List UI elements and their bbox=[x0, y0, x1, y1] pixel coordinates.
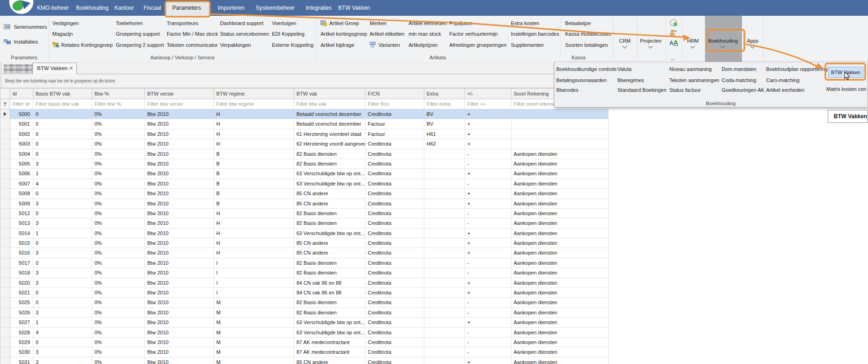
column-header-btw-regime[interactable]: BTW regime bbox=[214, 89, 294, 99]
menu-item-integraties[interactable]: Integraties bbox=[306, 5, 332, 12]
table-row[interactable]: 500930%Btw 2010B85 CN andereCreditnota+A… bbox=[0, 199, 609, 209]
ribbon-item-merken[interactable]: Merken bbox=[370, 20, 387, 26]
panel-item-niveau-aanmaning[interactable]: Niveau aanmaning bbox=[669, 66, 712, 72]
table-row[interactable]: 501700%Btw 2010I82 Basis dienstenCreditn… bbox=[0, 258, 609, 268]
filter-cell-btw-vak[interactable]: Filter btw vak bbox=[294, 99, 365, 109]
panel-item-boekhoudplan-rapportering[interactable]: Boekhoudplan rapportering bbox=[766, 66, 828, 72]
table-row[interactable]: 503130%Btw 2010M85 CN andereCreditnota+A… bbox=[0, 358, 609, 364]
table-row[interactable]: 500400%Btw 2010B82 Basis dienstenCreditn… bbox=[0, 149, 609, 159]
ribbon-item-artikel-groep[interactable]: Artikel Groep bbox=[329, 20, 359, 26]
menu-item-systeembeheer[interactable]: Systeembeheer bbox=[256, 5, 295, 12]
ellipsis-icon[interactable]: ... bbox=[670, 55, 675, 61]
table-row[interactable]: 500610%Btw 2010B63 Verschuldigde btw op … bbox=[0, 169, 609, 179]
tab-btw-vakken[interactable]: BTW Vakken ✕ bbox=[32, 63, 77, 74]
ribbon-item-min-max-stock[interactable]: min max stock bbox=[409, 31, 441, 37]
ribbon-item-externe-koppeling[interactable]: Externe Koppeling bbox=[272, 42, 314, 48]
ribbon-item-groepering-2-support[interactable]: Groepering 2 support bbox=[116, 42, 164, 48]
column-header-extra[interactable]: Extra bbox=[424, 89, 465, 99]
ribbon-item-groepering-support[interactable]: Groepering support bbox=[116, 31, 160, 37]
ribbon-item-prijslijsten[interactable]: Prijslijsten bbox=[449, 20, 472, 26]
table-row[interactable]: 501500%Btw 2010H85 CN andereCreditnota+A… bbox=[0, 238, 609, 248]
table-row[interactable]: 503030%Btw 2010M87 AK medecontractantCre… bbox=[0, 347, 609, 357]
ribbon-item-voertuigen[interactable]: Voertuigen bbox=[272, 20, 296, 26]
table-row[interactable]: 501830%Btw 2010I82 Basis dienstenCreditn… bbox=[0, 268, 609, 278]
panel-item-valuta[interactable]: Valuta bbox=[617, 66, 631, 72]
table-row[interactable]: 501330%Btw 2010H82 Basis dienstenCreditn… bbox=[0, 218, 609, 228]
menu-item-importeren[interactable]: Importeren bbox=[218, 5, 245, 12]
ribbon-item-dashboard-support[interactable]: Dashboard support bbox=[220, 20, 264, 26]
ribbon-item-relaties-kortingsgroep[interactable]: Relaties Kortingsgroep bbox=[61, 42, 113, 48]
panel-item-coda-matching[interactable]: Coda-matching bbox=[722, 77, 756, 83]
ribbon-item-factor-min-max-stock[interactable]: Factor Min / Max stock bbox=[167, 31, 218, 37]
ribbon-item-status-servicebonnen[interactable]: Status servicebonnen bbox=[220, 31, 269, 37]
ribbon-item-factor-verhuurtermijn[interactable]: Factor verhuurtermijn bbox=[449, 31, 498, 37]
menu-item-kantoor[interactable]: Kantoor bbox=[114, 5, 134, 12]
table-row[interactable]: 500530%Btw 2010B82 Basis dienstenCreditn… bbox=[0, 159, 609, 169]
menu-item-kmo-beheer[interactable]: KMO-beheer bbox=[37, 5, 69, 12]
column-header-btw-vak[interactable]: BTW vak bbox=[294, 89, 365, 99]
ribbon-dropdown-crm[interactable]: CRM bbox=[619, 38, 630, 44]
ribbon-item-edi-koppeling[interactable]: EDI Koppeling bbox=[272, 31, 304, 37]
column-header-btw[interactable]: Btw % bbox=[92, 89, 145, 99]
table-row[interactable]: 500000%Btw 2010HBetaald voorschot decemb… bbox=[0, 109, 609, 119]
column-header-[interactable]: +/- bbox=[465, 89, 511, 99]
panel-item-matrix-kosten[interactable]: Matrix kosten con bbox=[826, 86, 866, 92]
ribbon-item-artikel-bijdrage[interactable]: Artikel bijdrage bbox=[321, 42, 354, 48]
menu-item-parameters[interactable]: Parameters bbox=[172, 5, 201, 12]
ribbon-item-betaalwijze[interactable]: Betaalwijze bbox=[565, 20, 591, 26]
table-row[interactable]: 502630%Btw 2010M82 Basis dienstenCreditn… bbox=[0, 308, 609, 318]
menu-item-fiscaal[interactable]: Fiscaal bbox=[144, 5, 161, 12]
ribbon-dropdown-boekhouding[interactable]: Boekhouding bbox=[708, 38, 738, 44]
column-header-btw-versie[interactable]: BTW versie bbox=[145, 89, 214, 99]
ribbon-item-verpakkingen[interactable]: Verpakkingen bbox=[220, 42, 251, 48]
ribbon-item-artikel-kortingsgroep[interactable]: Artikel kortingsgroep bbox=[321, 31, 367, 37]
panel-item-goedkeuringen-ak[interactable]: Goedkeuringen AK bbox=[722, 87, 764, 93]
panel-item-btwcodes[interactable]: Btwcodes bbox=[556, 87, 579, 93]
panel-item-boekhoudkundige-controle[interactable]: Boekhoudkundige controle bbox=[556, 66, 616, 72]
menu-item-boekhouding[interactable]: Boekhouding bbox=[76, 5, 108, 12]
panel-item-caro-matching[interactable]: Caro-matching bbox=[766, 77, 799, 83]
table-row[interactable]: 502500%Btw 2010M82 Basis dienstenCreditn… bbox=[0, 298, 609, 307]
column-header-basis-btw-vak[interactable]: Basis BTW vak bbox=[33, 89, 92, 99]
panel-item-betalingsvoorwaarden[interactable]: Betalingsvoorwaarden bbox=[556, 77, 607, 83]
table-row[interactable]: 500800%Btw 2010B85 CN andereCreditnota+A… bbox=[0, 189, 609, 198]
panel-item-btwregimes[interactable]: Btwregimes bbox=[617, 77, 644, 83]
filter-cell-id[interactable]: Filter id bbox=[10, 99, 33, 109]
close-icon[interactable]: ✕ bbox=[69, 65, 73, 71]
table-row[interactable]: 502900%Btw 2010M87 AK medecontractantCre… bbox=[0, 338, 609, 347]
panel-item-status-factuur[interactable]: Status factuur bbox=[669, 87, 701, 93]
ribbon-item-varianten[interactable]: Varianten bbox=[378, 42, 400, 48]
ribbon-item-serienummers[interactable]: Serienummers bbox=[14, 24, 47, 30]
ribbon-item-artikelprijzen[interactable]: Artikelprijzen bbox=[409, 42, 438, 48]
filter-cell-btw-versie[interactable]: Filter btw versie bbox=[145, 99, 214, 109]
ribbon-item-soorten-betalingen[interactable]: Soorten betalingen bbox=[565, 42, 608, 48]
ribbon-item-kassa-mutatiecodes[interactable]: Kassa mutatiecodes bbox=[565, 31, 611, 37]
table-row[interactable]: 500300%Btw 2010H62 Herziening voordl aan… bbox=[0, 139, 609, 149]
ribbon-item-magazijn[interactable]: Magazijn bbox=[52, 31, 73, 37]
filter-cell-[interactable]: Filter +/- bbox=[465, 99, 511, 109]
panel-item-standaard-boekingen[interactable]: Standaard Boekingen bbox=[617, 87, 667, 93]
table-row[interactable]: 502840%Btw 2010M63 Verschuldigde btw op … bbox=[0, 328, 609, 338]
ribbon-item-afmetingen-groeperingen[interactable]: Afmetingen groeperingen bbox=[449, 42, 507, 48]
filter-cell-btw[interactable]: Filter btw % bbox=[92, 99, 145, 109]
ribbon-item-artikel-etiketten[interactable]: Artikel etiketten bbox=[370, 31, 404, 37]
ribbon-item-teksten-communicator[interactable]: Teksten communicator bbox=[167, 42, 218, 48]
table-row[interactable]: 501410%Btw 2010H63 Verschuldigde btw op … bbox=[0, 229, 609, 238]
ribbon-dropdown-apps[interactable]: Apps bbox=[747, 38, 758, 44]
tab-blurred[interactable] bbox=[4, 64, 32, 73]
ribbon-item-instellingen-barcodes[interactable]: Instellingen barcodes bbox=[511, 31, 559, 37]
filter-cell-f-cn[interactable]: Filter f/cn bbox=[365, 99, 424, 109]
ribbon-dropdown-hrm[interactable]: HRM bbox=[687, 38, 698, 44]
filter-cell-basis-btw-vak[interactable]: Filter basis btw vak bbox=[33, 99, 92, 109]
ribbon-item-transporteurs[interactable]: Transporteurs bbox=[167, 20, 198, 26]
table-row[interactable]: 502100%Btw 2010I84 CN vak 86 en 88Credit… bbox=[0, 288, 609, 298]
panel-item-artikel-eenheden[interactable]: Artikel eenheden bbox=[766, 87, 805, 93]
ribbon-item-vestigingen[interactable]: Vestigingen bbox=[52, 20, 79, 26]
ribbon-item-extra-kosten[interactable]: Extra kosten bbox=[511, 20, 539, 26]
ribbon-dropdown-projecten[interactable]: Projecten bbox=[640, 38, 661, 44]
ribbon-item-artikel-eenheden[interactable]: Artikel eenheden bbox=[409, 20, 447, 26]
table-row[interactable]: 500740%Btw 2010B63 Verschuldigde btw op … bbox=[0, 179, 609, 189]
panel-item-teksten-aanmaningen[interactable]: Teksten aanmaningen bbox=[669, 77, 719, 83]
table-row[interactable]: 501630%Btw 2010H85 CN andereCreditnota+A… bbox=[0, 248, 609, 258]
filter-cell-btw-regime[interactable]: Filter btw regime bbox=[214, 99, 294, 109]
